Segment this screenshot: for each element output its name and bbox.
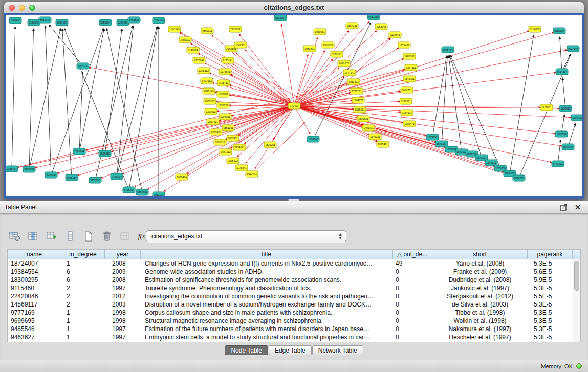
graph-node[interactable]: 1981801 xyxy=(303,46,316,52)
graph-node[interactable]: 1626151 xyxy=(338,60,350,67)
close-window-button[interactable] xyxy=(9,5,15,11)
graph-node[interactable]: 1853311 xyxy=(214,139,226,145)
graph-node[interactable]: 1485031 xyxy=(403,53,416,59)
cell-short[interactable]: Jankovic et al. (1997) xyxy=(432,284,528,292)
table-row[interactable]: 911546021997Tourette syndrome. Phenomeno… xyxy=(8,284,580,292)
cell-pagerank[interactable]: 5.3E-5 xyxy=(528,317,573,325)
cell-title[interactable]: Embryonic stem cells: a model to study s… xyxy=(141,333,393,341)
cell-short[interactable]: Tibbo et al. (1998) xyxy=(432,309,528,317)
graph-node[interactable]: 8631040 xyxy=(39,17,51,23)
graph-node[interactable]: 1091450 xyxy=(571,115,582,121)
new-table-icon[interactable] xyxy=(82,230,95,243)
graph-edge[interactable] xyxy=(294,31,377,106)
graph-node[interactable]: 9150640 xyxy=(28,19,40,26)
cell-name[interactable]: 19384554 xyxy=(8,268,61,276)
column-header-out_degree[interactable]: △ out_de... xyxy=(393,250,432,259)
graph-node[interactable]: 9157231 xyxy=(346,23,358,29)
table-row[interactable]: 1938455462009Genome-wide association stu… xyxy=(8,268,580,276)
graph-node[interactable]: 1007433 xyxy=(210,129,222,135)
graph-edge[interactable] xyxy=(122,106,294,174)
cell-pagerank[interactable]: 5.3E-5 xyxy=(528,259,573,268)
graph-node[interactable]: 3220171 xyxy=(331,51,343,57)
cell-short[interactable]: Wolkin et al. (1998) xyxy=(432,317,528,325)
graph-edge[interactable] xyxy=(568,123,575,147)
graph-edge[interactable] xyxy=(558,140,561,164)
column-header-year[interactable]: year xyxy=(105,250,141,259)
graph-node[interactable]: 1604271 xyxy=(352,97,364,103)
graph-node[interactable]: 1975431 xyxy=(398,42,410,48)
column-header-short[interactable]: short xyxy=(432,250,528,259)
cell-short[interactable]: Nakamura et al. (1997) xyxy=(432,325,528,333)
graph-edge[interactable] xyxy=(79,72,82,151)
graph-edge[interactable] xyxy=(294,59,333,106)
graph-edge[interactable] xyxy=(175,29,377,141)
cell-year[interactable]: 1997 xyxy=(105,325,141,333)
graph-node[interactable]: 1159831 xyxy=(540,104,553,111)
delete-table-icon[interactable] xyxy=(100,230,114,243)
graph-edge[interactable] xyxy=(294,106,504,171)
minimize-window-button[interactable] xyxy=(19,5,25,11)
cell-in_degree[interactable]: 1 xyxy=(61,325,105,333)
graph-node[interactable]: 9315404 xyxy=(6,166,18,172)
graph-node[interactable]: 1861243 xyxy=(168,26,181,32)
table-settings-icon[interactable] xyxy=(8,230,21,243)
graph-node[interactable]: 1309912 xyxy=(205,108,217,115)
graph-node[interactable]: 1253041 xyxy=(375,24,387,30)
tab-node-table[interactable]: Node Table xyxy=(225,345,268,355)
cell-pagerank[interactable]: 5.6E-5 xyxy=(528,268,573,276)
cell-in_degree[interactable]: 1 xyxy=(61,309,105,317)
table-row[interactable]: 2242004622012Investigating the contribut… xyxy=(8,292,580,300)
graph-node[interactable]: 9847212 xyxy=(220,149,232,155)
table-row[interactable]: 977716911998Corpus callosum shape and si… xyxy=(8,309,580,317)
column-header-pagerank[interactable]: pagerank xyxy=(528,250,573,259)
cell-short[interactable]: Yano et al. (2008) xyxy=(432,259,528,268)
cell-name[interactable]: 9777169 xyxy=(8,309,61,317)
graph-node[interactable]: 8726104 xyxy=(123,187,135,193)
rows-icon[interactable] xyxy=(63,230,77,243)
cell-out_degree[interactable]: 0 xyxy=(393,309,432,317)
cell-in_degree[interactable]: 2 xyxy=(61,300,105,309)
graph-node[interactable]: 1924550 xyxy=(513,175,525,181)
cell-out_degree[interactable]: 0 xyxy=(393,300,432,309)
cell-pagerank[interactable]: 5.3E-5 xyxy=(528,284,573,292)
graph-edge[interactable] xyxy=(294,106,513,176)
graph-node[interactable]: 2240461 xyxy=(117,19,129,26)
graph-node[interactable]: 2056104 xyxy=(99,19,112,26)
graph-node[interactable]: 1933021 xyxy=(217,102,229,108)
graph-node[interactable]: 9726104 xyxy=(136,189,148,195)
graph-node[interactable]: 2053100 xyxy=(77,63,89,69)
cell-year[interactable]: 1998 xyxy=(105,309,141,317)
network-canvas[interactable]: 1724091666400915064086310401057104205610… xyxy=(6,15,582,196)
cell-short[interactable]: Dudbridge et al. (2008) xyxy=(432,276,528,284)
cell-title[interactable]: Tourette syndrome. Phenomenology and cla… xyxy=(141,284,393,292)
graph-edge[interactable] xyxy=(294,106,555,134)
graph-edge[interactable] xyxy=(45,26,51,175)
graph-node[interactable]: 7726104 xyxy=(111,173,123,180)
cell-title[interactable]: Corpus callosum shape and size in male p… xyxy=(141,309,393,317)
graph-node[interactable]: 1091404 xyxy=(562,144,574,150)
table-row[interactable]: 969969511998Structural magnetic resonanc… xyxy=(8,317,580,325)
graph-edge[interactable] xyxy=(89,67,294,106)
cell-in_degree[interactable]: 1 xyxy=(61,317,105,325)
cell-year[interactable]: 2009 xyxy=(105,268,141,276)
graph-node[interactable]: 8131004 xyxy=(274,15,287,21)
cell-year[interactable]: 1998 xyxy=(105,317,141,325)
graph-node[interactable]: 1830201 xyxy=(264,142,276,148)
table-row[interactable]: 946362711997Embryonic stem cells: a mode… xyxy=(8,333,580,341)
graph-node[interactable]: 1679187 xyxy=(435,141,448,147)
graph-node[interactable]: 2097143 xyxy=(203,88,215,94)
graph-node[interactable]: 5905150 xyxy=(89,177,101,183)
graph-node[interactable]: 1007981 xyxy=(217,91,229,97)
graph-node[interactable]: 9463621 xyxy=(128,17,140,23)
graph-edge[interactable] xyxy=(12,27,15,169)
column-header-in_degree[interactable]: in_degree xyxy=(61,250,105,259)
column-header-name[interactable]: name xyxy=(8,250,61,259)
graph-node[interactable]: 1275312 xyxy=(198,68,210,74)
cell-year[interactable]: 2012 xyxy=(105,292,141,300)
graph-node[interactable]: 2226051 xyxy=(229,26,242,32)
delete-column-icon[interactable] xyxy=(119,230,132,243)
cell-out_degree[interactable]: 0 xyxy=(393,333,432,341)
graph-edge[interactable] xyxy=(85,106,294,150)
graph-node[interactable]: 1495791 xyxy=(362,125,375,131)
graph-node[interactable]: 9227104 xyxy=(567,46,579,52)
